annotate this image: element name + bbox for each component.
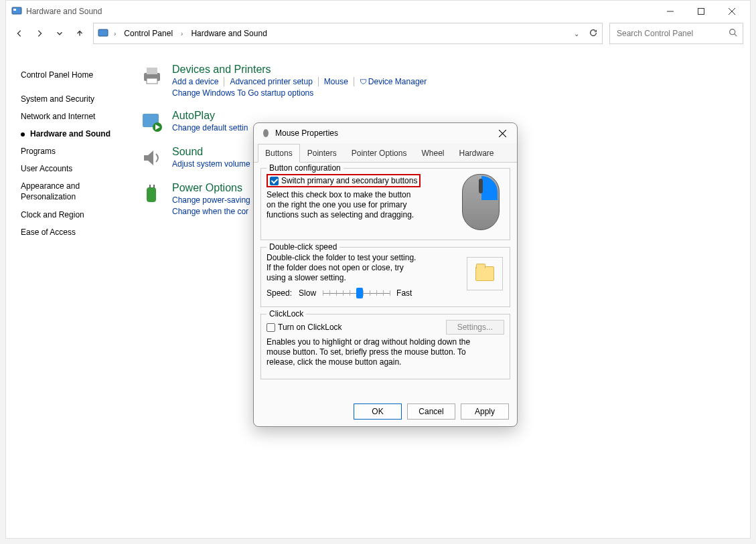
link-adjust-volume[interactable]: Adjust system volume <box>172 159 256 169</box>
svg-point-7 <box>730 29 735 35</box>
link-device-manager[interactable]: Device Manager <box>354 77 432 86</box>
mouse-icon <box>260 127 271 140</box>
svg-rect-14 <box>147 187 156 202</box>
breadcrumb-section[interactable]: Hardware and Sound <box>188 27 269 39</box>
window-controls <box>655 1 747 22</box>
svg-rect-6 <box>98 29 108 36</box>
sidebar-item-programs[interactable]: Programs <box>21 143 133 160</box>
dialog-body: Button configuration Switch primary and … <box>254 163 517 389</box>
category-devices: Devices and Printers Add a device Advanc… <box>140 64 743 98</box>
category-title[interactable]: Power Options <box>172 182 256 194</box>
group-button-config: Button configuration Switch primary and … <box>260 168 510 240</box>
tab-wheel[interactable]: Wheel <box>414 144 451 163</box>
sidebar-item-clock[interactable]: Clock and Region <box>21 206 133 223</box>
clicklock-label: Turn on ClickLock <box>278 323 342 332</box>
apply-button[interactable]: Apply <box>461 403 509 420</box>
link-autoplay-defaults[interactable]: Change default settin <box>172 123 253 132</box>
tab-pointer-options[interactable]: Pointer Options <box>344 144 414 163</box>
group-label: Double-click speed <box>267 242 339 252</box>
titlebar: Hardware and Sound <box>6 1 750 22</box>
chevron-down-icon[interactable]: ⌄ <box>574 30 579 37</box>
sidebar-item-ease[interactable]: Ease of Access <box>21 223 133 241</box>
mouse-illustration <box>457 174 504 234</box>
dialog-titlebar: Mouse Properties <box>254 123 517 143</box>
search-input[interactable] <box>615 28 729 39</box>
chevron-right-icon: › <box>179 30 184 37</box>
svg-rect-16 <box>153 185 155 188</box>
refresh-icon[interactable] <box>589 28 598 39</box>
group-label: ClickLock <box>267 309 306 319</box>
sidebar-item-system[interactable]: System and Security <box>21 90 133 108</box>
power-icon <box>140 182 164 206</box>
category-title[interactable]: Sound <box>172 146 256 158</box>
dialog-tabs: Buttons Pointers Pointer Options Wheel H… <box>254 143 517 163</box>
up-button[interactable] <box>73 27 86 40</box>
ok-button[interactable]: OK <box>354 403 402 420</box>
sidebar-item-appearance[interactable]: Appearance and Personalization <box>21 177 133 206</box>
dialog-footer: OK Cancel Apply <box>354 403 509 420</box>
svg-rect-11 <box>147 78 157 84</box>
mouse-properties-dialog: Mouse Properties Buttons Pointers Pointe… <box>253 122 518 427</box>
highlight-switch-buttons: Switch primary and secondary buttons <box>267 174 421 187</box>
clicklock-settings-button: Settings... <box>446 320 504 335</box>
slider-thumb[interactable] <box>356 288 363 298</box>
sidebar-item-hardware[interactable]: Hardware and Sound <box>21 125 133 143</box>
link-printer-setup[interactable]: Advanced printer setup <box>224 77 318 86</box>
sidebar: Control Panel Home System and Security N… <box>6 54 133 538</box>
minimize-button[interactable] <box>655 1 686 22</box>
search-icon <box>729 28 737 39</box>
tab-hardware[interactable]: Hardware <box>451 144 501 163</box>
fast-label: Fast <box>396 288 412 298</box>
recent-dropdown[interactable] <box>53 27 66 40</box>
tab-pointers[interactable]: Pointers <box>300 144 344 163</box>
sidebar-item-network[interactable]: Network and Internet <box>21 108 133 125</box>
link-mouse[interactable]: Mouse <box>319 77 354 86</box>
tab-buttons[interactable]: Buttons <box>258 144 300 163</box>
cancel-button[interactable]: Cancel <box>407 403 455 420</box>
sound-icon <box>140 146 164 170</box>
link-sleep[interactable]: Change when the cor <box>172 207 254 216</box>
category-title[interactable]: AutoPlay <box>172 110 253 122</box>
nav-row: › Control Panel › Hardware and Sound ⌄ <box>6 22 750 45</box>
switch-buttons-label: Switch primary and secondary buttons <box>281 176 417 185</box>
sidebar-item-home[interactable]: Control Panel Home <box>21 66 133 84</box>
sidebar-item-accounts[interactable]: User Accounts <box>21 160 133 177</box>
address-bar[interactable]: › Control Panel › Hardware and Sound ⌄ <box>93 23 603 44</box>
speed-slider[interactable] <box>323 287 390 299</box>
clicklock-checkbox[interactable] <box>267 323 275 332</box>
search-box[interactable] <box>609 23 743 44</box>
svg-point-17 <box>263 129 269 137</box>
link-add-device[interactable]: Add a device <box>172 77 224 86</box>
dialog-title: Mouse Properties <box>275 128 338 138</box>
printer-icon <box>140 64 164 88</box>
svg-rect-15 <box>149 185 151 188</box>
window-title: Hardware and Sound <box>26 7 102 16</box>
category-title[interactable]: Devices and Printers <box>172 64 432 76</box>
switch-buttons-description: Select this check box to make the button… <box>267 190 421 220</box>
address-icon <box>98 27 108 40</box>
group-double-click: Double-click speed Double-click the fold… <box>260 247 510 307</box>
control-panel-icon <box>11 5 22 18</box>
link-windows-to-go[interactable]: Change Windows To Go startup options <box>172 88 319 98</box>
autoplay-icon <box>140 110 164 134</box>
breadcrumb-root[interactable]: Control Panel <box>121 27 175 39</box>
close-button[interactable] <box>716 1 747 22</box>
svg-rect-10 <box>147 68 157 74</box>
group-label: Button configuration <box>267 163 344 173</box>
chevron-right-icon: › <box>112 30 117 37</box>
forward-button[interactable] <box>33 27 46 40</box>
switch-buttons-checkbox[interactable] <box>270 177 279 185</box>
svg-rect-1 <box>13 9 16 11</box>
slow-label: Slow <box>299 288 316 298</box>
svg-line-8 <box>735 34 737 36</box>
svg-rect-3 <box>698 9 704 15</box>
dialog-close-button[interactable] <box>492 124 513 142</box>
clicklock-description: Enables you to highlight or drag without… <box>267 337 487 367</box>
link-power-saving[interactable]: Change power-saving <box>172 195 256 205</box>
test-folder[interactable] <box>467 257 503 290</box>
double-click-description: Double-click the folder to test your set… <box>267 253 421 283</box>
group-clicklock: ClickLock Turn on ClickLock Settings... … <box>260 314 510 379</box>
speed-label: Speed: <box>267 288 292 298</box>
back-button[interactable] <box>13 27 26 40</box>
maximize-button[interactable] <box>686 1 716 22</box>
